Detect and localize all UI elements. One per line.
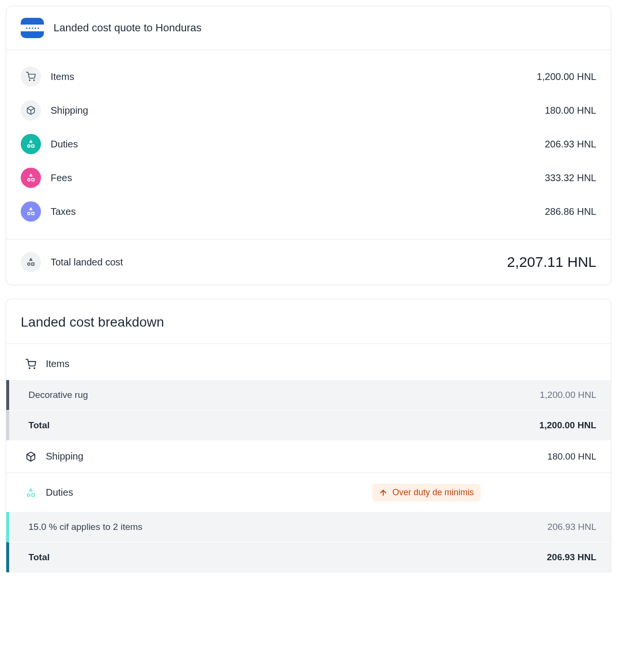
summary-duties-label: Duties	[51, 139, 545, 150]
summary-rows: Items 1,200.00 HNL Shipping 180.00 HNL D…	[6, 50, 611, 239]
summary-header: Landed cost quote to Honduras	[6, 6, 611, 50]
summary-taxes-value: 286.86 HNL	[545, 206, 596, 217]
package-icon	[26, 451, 36, 462]
over-de-minimis-badge: Over duty de minimis	[372, 484, 481, 501]
svg-point-3	[27, 145, 30, 147]
summary-total-row: Total landed cost 2,207.11 HNL	[6, 239, 611, 285]
svg-rect-4	[32, 145, 34, 147]
summary-items-value: 1,200.00 HNL	[537, 71, 596, 82]
svg-rect-6	[32, 179, 34, 181]
summary-title: Landed cost quote to Honduras	[54, 22, 201, 34]
summary-fees-label: Fees	[51, 172, 545, 184]
package-icon	[21, 100, 41, 120]
summary-fees-value: 333.32 HNL	[545, 172, 596, 184]
breakdown-shipping-row: Shipping 180.00 HNL	[6, 440, 611, 473]
summary-card: Landed cost quote to Honduras Items 1,20…	[6, 6, 611, 285]
duty-desc: 15.0 % cif applies to 2 items	[28, 522, 548, 532]
shapes-icon	[21, 201, 41, 222]
svg-rect-10	[32, 263, 34, 265]
table-row: Decorative rug 1,200.00 HNL	[6, 380, 611, 410]
duties-total-value: 206.93 HNL	[547, 552, 596, 563]
summary-row-duties: Duties 206.93 HNL	[21, 127, 596, 161]
duties-total-label: Total	[28, 552, 547, 563]
summary-duties-value: 206.93 HNL	[545, 139, 596, 150]
breakdown-card: Landed cost breakdown Items Decorative r…	[6, 299, 611, 572]
table-row-total: Total 206.93 HNL	[6, 542, 611, 572]
arrow-up-icon	[379, 488, 388, 497]
breakdown-items-header: Items	[6, 344, 611, 380]
summary-shipping-label: Shipping	[51, 105, 545, 116]
breakdown-items-label: Items	[46, 358, 69, 369]
summary-shipping-value: 180.00 HNL	[545, 105, 596, 116]
svg-point-9	[27, 263, 30, 265]
breakdown-duties-header: Duties Over duty de minimis	[6, 473, 611, 512]
breakdown-shipping-label: Shipping	[46, 451, 83, 462]
items-total-value: 1,200.00 HNL	[539, 420, 596, 431]
summary-row-shipping: Shipping 180.00 HNL	[21, 93, 596, 127]
svg-point-11	[29, 368, 30, 369]
items-total-label: Total	[28, 420, 539, 431]
summary-row-fees: Fees 333.32 HNL	[21, 161, 596, 195]
summary-items-label: Items	[51, 71, 537, 82]
summary-row-items: Items 1,200.00 HNL	[21, 60, 596, 93]
item-value: 1,200.00 HNL	[540, 390, 596, 400]
breakdown-header: Landed cost breakdown	[6, 299, 611, 344]
cart-icon	[21, 66, 41, 87]
svg-rect-15	[32, 493, 35, 496]
breakdown-shipping-value: 180.00 HNL	[548, 451, 596, 462]
duty-value: 206.93 HNL	[548, 522, 596, 532]
svg-point-0	[29, 80, 30, 81]
svg-point-5	[27, 179, 30, 181]
table-row: 15.0 % cif applies to 2 items 206.93 HNL	[6, 512, 611, 542]
honduras-flag-icon	[21, 18, 44, 38]
breakdown-duties-label: Duties	[46, 487, 73, 498]
svg-point-14	[27, 493, 30, 496]
table-row-total: Total 1,200.00 HNL	[6, 410, 611, 440]
shapes-icon	[21, 168, 41, 188]
svg-point-1	[34, 80, 35, 81]
breakdown-duties-rows: 15.0 % cif applies to 2 items 206.93 HNL…	[6, 512, 611, 572]
summary-total-value: 2,207.11 HNL	[507, 254, 596, 270]
summary-total-label: Total landed cost	[51, 257, 507, 268]
shapes-icon	[26, 488, 36, 498]
item-name: Decorative rug	[28, 390, 540, 400]
summary-taxes-label: Taxes	[51, 206, 545, 217]
shapes-icon	[21, 252, 41, 272]
svg-point-7	[27, 212, 30, 215]
summary-row-taxes: Taxes 286.86 HNL	[21, 195, 596, 228]
svg-point-12	[34, 368, 35, 369]
breakdown-title: Landed cost breakdown	[21, 315, 596, 330]
shapes-icon	[21, 134, 41, 154]
svg-rect-8	[32, 212, 34, 215]
badge-text: Over duty de minimis	[392, 488, 474, 498]
cart-icon	[26, 359, 36, 369]
breakdown-items-rows: Decorative rug 1,200.00 HNL Total 1,200.…	[6, 380, 611, 440]
